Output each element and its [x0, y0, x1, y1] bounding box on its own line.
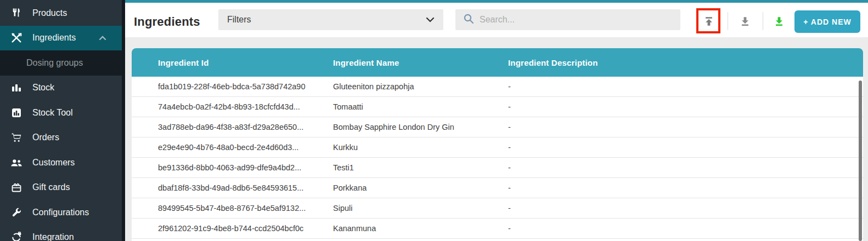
- download-button[interactable]: [734, 10, 756, 32]
- cell-ingredient-name: Gluteeniton pizzapohja: [307, 82, 482, 91]
- gift-card-icon: [9, 181, 24, 193]
- column-header-ingredient-description[interactable]: Ingredient Description: [482, 58, 863, 67]
- table-header-row: Ingredient Id Ingredient Name Ingredient…: [132, 48, 863, 77]
- filters-dropdown[interactable]: Filters: [218, 9, 443, 30]
- people-icon: [9, 157, 24, 169]
- table-row[interactable]: 74a4ebcb-0a2f-42b4-8b93-18cfcfd43d... To…: [132, 97, 863, 117]
- sidebar-item-label: Gift cards: [32, 182, 70, 192]
- table-body: fda1b019-228f-46eb-bdca-5a738d742a90 Glu…: [132, 77, 863, 239]
- cell-ingredient-id: e29e4e90-4b76-48a0-becd-2e4d60d3...: [132, 143, 307, 152]
- add-new-button[interactable]: + ADD NEW: [794, 10, 860, 33]
- filters-label: Filters: [227, 15, 251, 25]
- cell-ingredient-description: -: [482, 163, 863, 172]
- chevron-down-icon: [426, 15, 435, 25]
- sidebar-item-label: Configurations: [32, 208, 89, 217]
- table-row[interactable]: 3ad788eb-da96-4f38-a83f-d29a28e650... Bo…: [132, 117, 863, 137]
- table-row[interactable]: dbaf18f8-33bd-49ad-8db6-5e84593615... Po…: [132, 178, 863, 198]
- sidebar-item-customers[interactable]: Customers: [0, 150, 122, 175]
- sidebar-item-label: Products: [32, 8, 67, 18]
- utensils-icon: [9, 7, 24, 19]
- app-window: Products Ingredients Dosing groups: [0, 0, 868, 241]
- page-header: Ingredients Filters: [125, 3, 868, 37]
- ingredients-table: Ingredient Id Ingredient Name Ingredient…: [132, 48, 863, 241]
- toolbar-divider: [763, 12, 763, 30]
- cell-ingredient-name: Bombay Sapphire London Dry Gin: [307, 123, 482, 131]
- cell-ingredient-description: -: [482, 224, 863, 233]
- column-header-ingredient-name[interactable]: Ingredient Name: [307, 58, 482, 67]
- chart-box-icon: [9, 107, 24, 119]
- sidebar-item-label: Orders: [32, 133, 59, 142]
- table-row[interactable]: e29e4e90-4b76-48a0-becd-2e4d60d3... Kurk…: [132, 137, 863, 158]
- bar-chart-icon: [9, 82, 24, 94]
- cell-ingredient-description: -: [482, 123, 863, 131]
- sidebar-item-label: Ingredients: [32, 33, 76, 43]
- cell-ingredient-name: Kananmuna: [307, 224, 482, 233]
- cell-ingredient-name: Tomaatti: [307, 102, 482, 111]
- cell-ingredient-id: 89499545-5b47-4be8-8767-b4e5af9132...: [132, 204, 307, 213]
- sidebar-item-stock[interactable]: Stock: [0, 76, 122, 101]
- sidebar-item-products[interactable]: Products: [0, 1, 122, 26]
- cell-ingredient-id: 74a4ebcb-0a2f-42b4-8b93-18cfcfd43d...: [132, 102, 307, 111]
- sidebar-item-gift-cards[interactable]: Gift cards: [0, 175, 122, 200]
- table-row[interactable]: 2f961202-91c9-4be8-b744-ccd2504bcf0c Kan…: [132, 219, 863, 239]
- cell-ingredient-id: fda1b019-228f-46eb-bdca-5a738d742a90: [132, 82, 307, 91]
- table-row[interactable]: be91336d-8bb0-4063-ad99-dfe9a4bd2... Tes…: [132, 158, 863, 178]
- sidebar-item-configurations[interactable]: Configurations: [0, 200, 122, 225]
- cell-ingredient-description: -: [482, 204, 863, 213]
- table-row[interactable]: 89499545-5b47-4be8-8767-b4e5af9132... Si…: [132, 198, 863, 219]
- sidebar-item-label: Dosing groups: [26, 58, 83, 68]
- cell-ingredient-description: -: [482, 82, 863, 91]
- wrench-icon: [9, 206, 24, 219]
- vertical-scrollbar[interactable]: [859, 81, 862, 241]
- cell-ingredient-name: Porkkana: [307, 183, 482, 192]
- toolbar-divider: [728, 12, 728, 30]
- column-header-ingredient-id[interactable]: Ingredient Id: [132, 58, 307, 67]
- sidebar-item-ingredients[interactable]: Ingredients: [0, 26, 122, 51]
- shopping-cart-icon: [9, 131, 24, 144]
- page-title: Ingredients: [134, 15, 200, 29]
- sidebar: Products Ingredients Dosing groups: [0, 0, 125, 241]
- sidebar-item-label: Stock: [32, 83, 54, 93]
- download-green-button[interactable]: [768, 10, 790, 32]
- cell-ingredient-id: 2f961202-91c9-4be8-b744-ccd2504bcf0c: [132, 224, 307, 233]
- sidebar-item-label: Stock Tool: [32, 108, 73, 118]
- sidebar-item-orders[interactable]: Orders: [0, 125, 122, 151]
- cell-ingredient-id: dbaf18f8-33bd-49ad-8db6-5e84593615...: [132, 183, 307, 192]
- content-area: Ingredients Filters: [125, 0, 868, 241]
- cell-ingredient-name: Sipuli: [307, 204, 482, 213]
- cell-ingredient-id: 3ad788eb-da96-4f38-a83f-d29a28e650...: [132, 123, 307, 131]
- search-box: [455, 9, 680, 30]
- table-row[interactable]: fda1b019-228f-46eb-bdca-5a738d742a90 Glu…: [132, 77, 863, 97]
- sidebar-item-label: Integration: [32, 232, 74, 241]
- chevron-up-icon: [99, 33, 106, 43]
- cell-ingredient-description: -: [482, 143, 863, 152]
- sync-lock-icon: [9, 231, 24, 241]
- cell-ingredient-name: Kurkku: [307, 143, 482, 152]
- cell-ingredient-description: -: [482, 102, 863, 111]
- sidebar-item-label: Customers: [32, 158, 75, 168]
- upload-button[interactable]: [698, 10, 720, 32]
- sidebar-item-stock-tool[interactable]: Stock Tool: [0, 100, 122, 125]
- search-input[interactable]: [480, 15, 673, 25]
- cell-ingredient-description: -: [482, 183, 863, 192]
- cell-ingredient-id: be91336d-8bb0-4063-ad99-dfe9a4bd2...: [132, 163, 307, 172]
- crossed-fork-spoon-icon: [9, 32, 24, 44]
- cell-ingredient-name: Testi1: [307, 163, 482, 172]
- search-icon: [463, 13, 474, 26]
- sidebar-item-dosing-groups[interactable]: Dosing groups: [0, 50, 122, 76]
- sidebar-item-integration[interactable]: Integration: [0, 225, 122, 241]
